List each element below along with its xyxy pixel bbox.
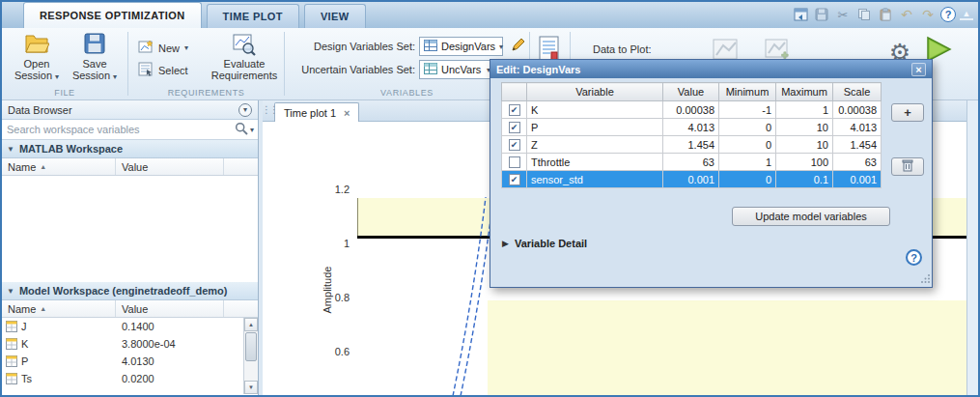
- variable-detail-toggle[interactable]: ▶ Variable Detail: [502, 238, 587, 249]
- row-checkbox-cell[interactable]: ✔: [502, 171, 527, 188]
- variable-row[interactable]: ✔ Z 1.454 0 10 1.454: [502, 136, 882, 154]
- select-requirement-button[interactable]: Select: [134, 61, 192, 79]
- uncertain-variables-set-label: Uncertain Variables Set:: [285, 64, 415, 75]
- maximum-cell[interactable]: 1: [776, 101, 833, 119]
- minimum-cell[interactable]: 0: [719, 171, 776, 188]
- dialog-title-bar[interactable]: Edit: DesignVars ×: [490, 60, 932, 78]
- scale-cell[interactable]: 4.013: [833, 119, 882, 136]
- check-icon: ✔: [511, 105, 518, 115]
- scrollbar-thumb[interactable]: [245, 332, 257, 361]
- variable-name-cell[interactable]: Tthrottle: [527, 154, 663, 171]
- scale-cell[interactable]: 0.001: [833, 171, 882, 188]
- scroll-down-button[interactable]: ▼: [244, 381, 258, 394]
- name-column-header[interactable]: Name▲: [2, 300, 116, 317]
- uncertain-variables-dropdown[interactable]: UncVars ▾: [419, 60, 495, 79]
- variable-name: Ts: [21, 373, 32, 384]
- maximum-cell[interactable]: 100: [776, 154, 833, 171]
- workspace-row[interactable]: P 4.0130: [2, 353, 258, 370]
- panel-menu-icon[interactable]: ▾: [238, 103, 252, 117]
- new-requirement-button[interactable]: New ▾: [134, 39, 192, 57]
- value-cell[interactable]: 1.454: [663, 136, 719, 154]
- design-variables-set-label: Design Variables Set:: [285, 41, 415, 52]
- minimum-cell[interactable]: 0: [719, 119, 776, 136]
- undo-icon[interactable]: ↶: [898, 6, 915, 23]
- row-checkbox-cell[interactable]: ✔: [502, 101, 527, 119]
- maximum-cell[interactable]: 0.1: [776, 171, 833, 188]
- value-column-header[interactable]: Value: [116, 158, 224, 175]
- variable-row[interactable]: ✔ Tthrottle 63 1 100 63: [502, 154, 882, 171]
- dock-window-icon[interactable]: [792, 6, 809, 23]
- tab-view[interactable]: VIEW: [304, 4, 366, 28]
- matlab-workspace-header[interactable]: ▼ MATLAB Workspace: [2, 140, 258, 158]
- value-cell[interactable]: 0.001: [663, 171, 719, 188]
- dialog-close-button[interactable]: ×: [911, 63, 926, 76]
- workspace-row[interactable]: Ts 0.0200: [2, 370, 258, 387]
- row-checkbox-cell[interactable]: ✔: [502, 136, 527, 154]
- value-cell[interactable]: 63: [663, 154, 719, 171]
- uncertain-variables-value: UncVars: [441, 64, 483, 75]
- edit-design-variables-button[interactable]: [508, 36, 529, 57]
- value-cell[interactable]: 4.013: [663, 119, 719, 136]
- minimize-toolstrip-icon[interactable]: ▲: [960, 9, 973, 20]
- value-column-header[interactable]: Value: [663, 83, 719, 101]
- minimum-cell[interactable]: -1: [719, 101, 776, 119]
- search-dropdown-icon[interactable]: ▾: [250, 126, 254, 134]
- scroll-up-button[interactable]: ▲: [244, 318, 258, 331]
- redo-icon[interactable]: ↷: [919, 6, 937, 23]
- variable-row[interactable]: ✔ P 4.013 0 10 4.013: [502, 119, 882, 136]
- workspace-row[interactable]: J 0.1400: [2, 318, 258, 335]
- delete-variable-button[interactable]: [891, 157, 924, 176]
- row-checkbox[interactable]: ✔: [509, 174, 520, 185]
- maximum-cell[interactable]: 10: [776, 136, 833, 154]
- variable-row[interactable]: ✔ K 0.00038 -1 1 0.00038: [502, 101, 882, 119]
- save-icon[interactable]: [813, 6, 830, 23]
- model-workspace-header[interactable]: ▼ Model Workspace (enginetradeoff_demo): [2, 282, 258, 300]
- variable-name-cell[interactable]: P: [527, 119, 663, 136]
- variable-name-cell[interactable]: K: [527, 101, 663, 119]
- check-icon: ✔: [511, 123, 518, 132]
- scale-column-header[interactable]: Scale: [833, 83, 882, 101]
- minimum-cell[interactable]: 0: [719, 136, 776, 154]
- variable-name-cell[interactable]: sensor_std: [527, 171, 663, 188]
- row-checkbox[interactable]: ✔: [509, 104, 520, 116]
- variable-column-header[interactable]: Variable: [527, 83, 663, 101]
- workspace-row[interactable]: K 3.8000e-04: [2, 335, 258, 353]
- maximum-column-header[interactable]: Maximum: [776, 83, 833, 101]
- minimum-cell[interactable]: 1: [719, 154, 776, 171]
- scale-cell[interactable]: 1.454: [833, 136, 882, 154]
- resize-grip[interactable]: [920, 273, 931, 286]
- row-checkbox-cell[interactable]: ✔: [502, 154, 527, 171]
- cut-icon[interactable]: ✂: [834, 6, 852, 23]
- variable-name-cell[interactable]: Z: [527, 136, 663, 154]
- scale-cell[interactable]: 63: [833, 154, 882, 171]
- value-cell[interactable]: 0.00038: [663, 101, 719, 119]
- select-column-header[interactable]: [502, 83, 527, 101]
- paste-icon[interactable]: [877, 6, 894, 23]
- evaluate-requirements-button[interactable]: Evaluate Requirements: [208, 33, 281, 93]
- dialog-help-button[interactable]: ?: [906, 249, 922, 266]
- workspace-scrollbar[interactable]: ▲ ▼: [243, 318, 258, 394]
- tab-time-plot[interactable]: TIME PLOT: [207, 4, 299, 28]
- splitter-handle-icon[interactable]: ⋮⋮: [262, 104, 277, 115]
- maximum-cell[interactable]: 10: [776, 119, 833, 136]
- row-checkbox[interactable]: ✔: [509, 156, 520, 168]
- add-variable-button[interactable]: +: [891, 103, 924, 122]
- save-session-button[interactable]: Save Session ▾: [68, 33, 122, 93]
- dropdown-arrow-icon: ▾: [499, 43, 503, 51]
- variable-row[interactable]: ✔ sensor_std 0.001 0 0.1 0.001: [502, 171, 882, 188]
- open-session-button[interactable]: Open Session ▾: [10, 33, 64, 93]
- name-column-header[interactable]: Name▲: [2, 158, 116, 175]
- minimum-column-header[interactable]: Minimum: [719, 83, 776, 101]
- search-input[interactable]: [7, 121, 217, 138]
- row-checkbox-cell[interactable]: ✔: [502, 119, 527, 136]
- tab-response-optimization[interactable]: RESPONSE OPTIMIZATION: [23, 2, 202, 28]
- row-checkbox[interactable]: ✔: [509, 122, 520, 133]
- update-model-variables-button[interactable]: Update model variables: [732, 207, 890, 226]
- help-icon[interactable]: ?: [940, 7, 956, 22]
- design-variables-dropdown[interactable]: DesignVars ▾: [419, 37, 503, 56]
- requirements-section-label: REQUIREMENTS: [128, 88, 284, 98]
- row-checkbox[interactable]: ✔: [509, 139, 520, 151]
- value-column-header[interactable]: Value: [116, 300, 224, 317]
- scale-cell[interactable]: 0.00038: [833, 101, 882, 119]
- copy-icon[interactable]: [855, 6, 873, 23]
